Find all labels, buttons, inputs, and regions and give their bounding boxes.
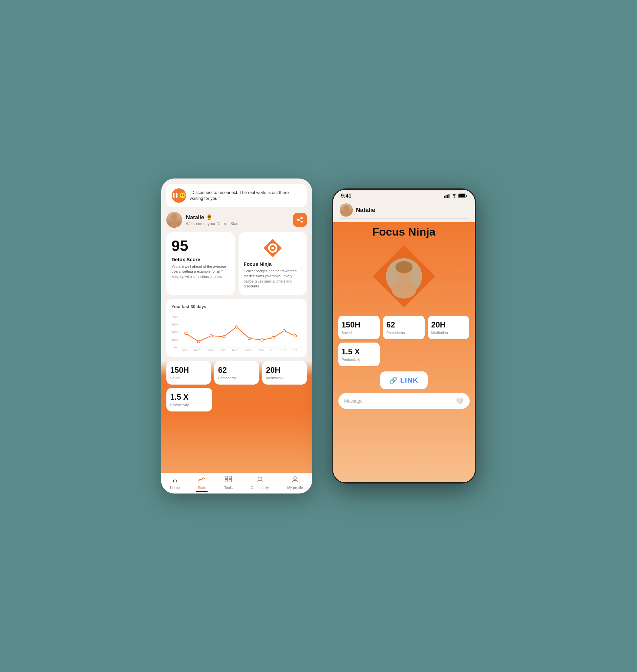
right-productivity-card: 1.5 X Productivity (338, 343, 380, 366)
svg-point-22 (222, 335, 225, 338)
right-phone: 9:41 Natalie Focus Ninja (332, 188, 476, 484)
svg-point-49 (454, 198, 455, 198)
orange-main-area: Focus Ninja (333, 222, 475, 482)
svg-point-28 (294, 334, 296, 337)
nav-stats[interactable]: Stats (198, 476, 206, 490)
community-icon (256, 476, 263, 484)
svg-text:10/27: 10/27 (219, 349, 225, 352)
productivity-value: 1.5 X (170, 393, 208, 402)
right-meditation-card: 20H Meditation (428, 316, 470, 339)
message-input[interactable]: Message (344, 398, 363, 404)
svg-rect-42 (229, 479, 232, 482)
svg-text:100K: 100K (171, 339, 178, 342)
profile-subtitle: Welcome to your Detox - Stats (186, 221, 289, 226)
focus-ninja-title: Focus Ninja (244, 261, 302, 267)
svg-point-8 (271, 247, 274, 249)
quote-banner: 😶 "Disconnect to reconnect. The real wor… (166, 184, 307, 207)
nav-community[interactable]: Community (251, 476, 269, 490)
left-phone-content: 😶 "Disconnect to reconnect. The real wor… (161, 179, 312, 473)
profile-info: Natalie 🌻 Welcome to your Detox - Stats (186, 214, 289, 226)
svg-point-26 (272, 336, 274, 339)
focus-ninja-card: Focus Ninja Collect badges and get rewar… (239, 232, 307, 295)
nav-tools[interactable]: Tools (224, 476, 233, 490)
meditation-value: 20H (266, 365, 303, 375)
svg-rect-45 (444, 196, 445, 198)
svg-text:0K: 0K (174, 346, 178, 349)
left-phone: 😶 "Disconnect to reconnect. The real wor… (161, 179, 312, 493)
right-productivity-value: 1.5 X (342, 347, 377, 356)
right-saved-label: Saved (342, 331, 377, 335)
chart-svg: 400K 300K 200K 100K 0K (171, 312, 302, 352)
right-meditation-value: 20H (431, 320, 466, 329)
right-pomodoros-card: 62 Pomodoros (383, 316, 425, 339)
quote-text: "Disconnect to reconnect. The real world… (190, 190, 302, 201)
right-productivity-label: Productivity (342, 358, 377, 362)
link-button[interactable]: 🔗 LINK (380, 371, 427, 389)
svg-text:10/28: 10/28 (232, 349, 238, 352)
home-icon: ⌂ (172, 476, 177, 484)
svg-rect-41 (225, 479, 228, 482)
metrics-row: 150H Saved 62 Pomodoros 20H Meditation (166, 361, 307, 385)
status-bar: 9:41 (333, 190, 475, 200)
svg-line-3 (299, 218, 301, 219)
svg-text:10/24: 10/24 (181, 349, 187, 352)
detox-score-title: Detox Score (171, 257, 230, 262)
nav-home[interactable]: ⌂ Home (170, 476, 180, 490)
nav-profile-label: My profile (287, 486, 303, 490)
svg-rect-47 (447, 195, 448, 198)
right-saved-card: 150H Saved (338, 316, 380, 339)
focus-ninja-desc: Collect badges and get rewarded for deci… (244, 269, 302, 289)
meditation-card: 20H Meditation (262, 361, 307, 385)
heart-icon[interactable]: 🤍 (456, 397, 464, 405)
svg-text:10/26: 10/26 (206, 349, 213, 352)
svg-text:200K: 200K (171, 330, 178, 334)
chart-section: Your last 30 days 400K 300K 200K 100K 0K (166, 299, 307, 357)
svg-rect-39 (225, 476, 228, 479)
svg-rect-46 (445, 195, 446, 198)
nav-profile[interactable]: My profile (287, 476, 303, 490)
saved-card: 150H Saved (166, 361, 211, 385)
svg-rect-51 (459, 194, 465, 198)
right-pomodoros-value: 62 (386, 320, 421, 329)
nav-home-label: Home (170, 486, 180, 490)
link-icon: 🔗 (389, 376, 397, 384)
svg-text:10/30: 10/30 (257, 349, 263, 352)
tools-icon (225, 476, 232, 484)
share-button[interactable] (293, 213, 307, 227)
profile-icon (292, 476, 298, 484)
svg-rect-48 (448, 194, 449, 198)
pomodoros-value: 62 (218, 365, 255, 375)
avatar (166, 212, 182, 228)
svg-point-56 (392, 280, 417, 298)
right-pomodoros-label: Pomodoros (386, 331, 421, 335)
svg-text:10/29: 10/29 (244, 349, 251, 352)
divider (340, 219, 468, 219)
svg-rect-40 (229, 476, 232, 479)
focus-ninja-title: Focus Ninja (372, 225, 436, 238)
svg-point-23 (235, 326, 238, 328)
nav-stats-label: Stats (198, 486, 206, 490)
detox-score-desc: You are well ahead of the average users,… (171, 264, 230, 279)
link-label: LINK (400, 376, 418, 385)
pomodoros-label: Pomodoros (218, 376, 255, 380)
stats-icon (198, 476, 205, 484)
chart-area: 400K 300K 200K 100K 0K (171, 312, 302, 352)
svg-point-2 (301, 221, 303, 223)
nav-community-label: Community (251, 486, 269, 490)
nav-tools-label: Tools (224, 486, 233, 490)
svg-point-57 (396, 261, 413, 273)
quote-icon: 😶 (171, 188, 186, 203)
svg-point-21 (210, 334, 212, 337)
productivity-label: Productivity (170, 403, 208, 407)
right-phone-inner: 9:41 Natalie Focus Ninja (333, 190, 475, 482)
detox-score-card: 95 Detox Score You are well ahead of the… (166, 232, 235, 295)
svg-line-4 (299, 220, 301, 221)
stats-cards-row: 95 Detox Score You are well ahead of the… (166, 232, 307, 295)
stats-grid: 150H Saved 62 Pomodoros 20H Meditation (338, 316, 470, 339)
status-time: 9:41 (341, 193, 361, 199)
svg-text:11/2: 11/2 (281, 349, 286, 352)
detox-score-number: 95 (171, 238, 230, 253)
svg-point-25 (260, 339, 263, 341)
svg-point-19 (184, 332, 187, 335)
bottom-nav: ⌂ Home Stats Tools (161, 473, 312, 493)
